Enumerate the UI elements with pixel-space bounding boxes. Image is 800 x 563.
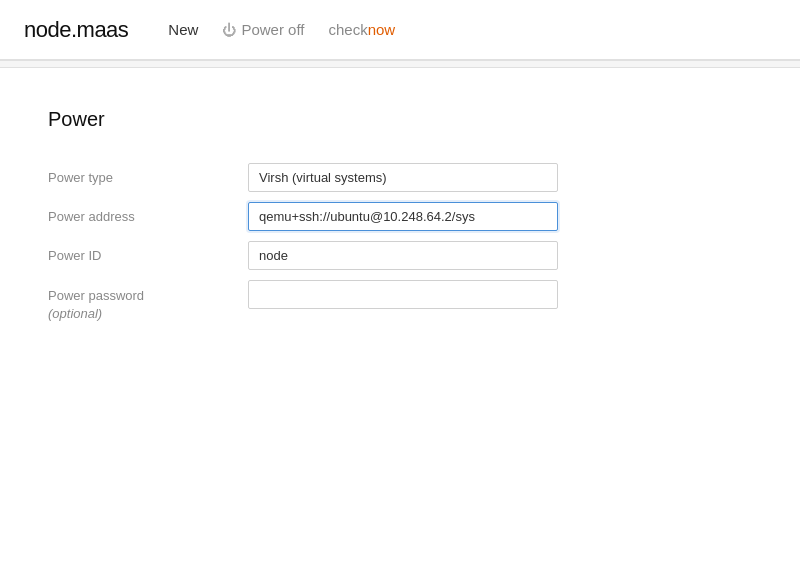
section-title: Power [48,108,752,131]
power-password-label-sub: (optional) [48,305,224,323]
now-text: now [368,21,396,38]
power-address-input[interactable] [248,202,558,231]
power-password-label: Power password (optional) [48,280,248,323]
nav-links: New ⏻ Power off checknow [168,21,395,38]
main-content: Power Power type Power address Power ID … [0,68,800,373]
power-type-input[interactable] [248,163,558,192]
nav-poweroff-link[interactable]: ⏻ Power off [222,21,304,38]
power-password-row: Power password (optional) [48,280,752,323]
header: node.maas New ⏻ Power off checknow [0,0,800,60]
power-type-row: Power type [48,163,752,192]
power-address-row: Power address [48,202,752,231]
power-type-label: Power type [48,163,248,185]
power-password-input[interactable] [248,280,558,309]
power-id-label: Power ID [48,241,248,263]
power-id-input[interactable] [248,241,558,270]
power-icon: ⏻ [222,22,236,38]
nav-new-link[interactable]: New [168,21,198,38]
logo: node.maas [24,17,128,43]
separator-bar [0,60,800,68]
poweroff-label: Power off [241,21,304,38]
power-password-label-main: Power password [48,280,224,305]
power-id-row: Power ID [48,241,752,270]
power-address-label: Power address [48,202,248,224]
nav-checknow-link[interactable]: checknow [328,21,395,38]
check-text: check [328,21,367,38]
